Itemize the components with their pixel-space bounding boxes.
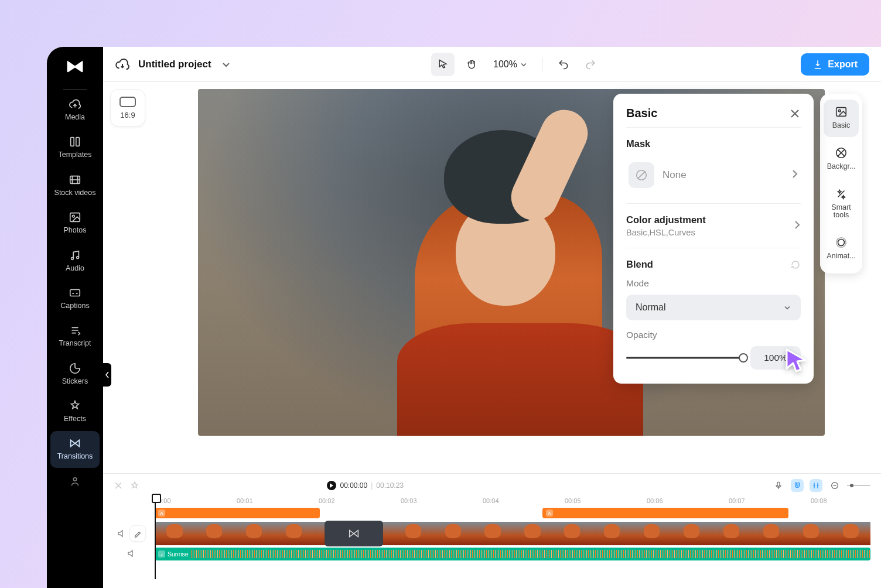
export-button[interactable]: Export	[801, 53, 869, 76]
properties-rail: Basic Backgr... Smart tools Animat...	[820, 94, 862, 274]
split-icon[interactable]	[114, 481, 123, 490]
color-adjustment-row[interactable]: Color adjustment Basic,HSL,Curves	[626, 214, 801, 237]
export-label: Export	[828, 59, 858, 70]
sidebar-label: Photos	[64, 226, 87, 234]
background-icon	[835, 146, 848, 159]
captions-icon	[69, 286, 81, 299]
sidebar-item-stock-videos[interactable]: Stock videos	[50, 167, 100, 204]
mask-selector[interactable]: None	[626, 158, 801, 193]
cursor-tool-button[interactable]	[431, 53, 455, 76]
mic-icon[interactable]	[772, 479, 785, 492]
svg-rect-0	[71, 138, 74, 146]
panel-title: Basic	[626, 107, 657, 120]
transition-block[interactable]	[325, 521, 383, 546]
transitions-icon	[69, 437, 81, 450]
slider-thumb[interactable]	[739, 353, 748, 363]
reset-icon[interactable]	[790, 259, 801, 270]
svg-point-12	[838, 240, 845, 246]
edit-track-button[interactable]	[129, 525, 146, 542]
chevron-right-icon	[791, 169, 798, 181]
zoom-out-icon[interactable]	[828, 479, 841, 492]
sidebar-item-transcript[interactable]: Transcript	[50, 318, 100, 354]
basic-icon	[835, 105, 848, 118]
sidebar-item-media[interactable]: Media	[50, 92, 100, 128]
animation-badge-icon: A	[546, 510, 553, 517]
rail-item-animation[interactable]: Animat...	[824, 230, 859, 268]
sidebar-label: Media	[65, 113, 85, 121]
brand-icon	[69, 475, 81, 488]
none-mask-icon	[629, 162, 654, 188]
aspect-ratio-button[interactable]: 16:9	[110, 89, 145, 127]
rail-item-smart-tools[interactable]: Smart tools	[824, 182, 859, 227]
audio-waveform	[191, 550, 870, 558]
time-ruler[interactable]: 00:00 00:01 00:02 00:03 00:04 00:05 00:0…	[155, 497, 870, 508]
audio-track[interactable]: ♪ Sunrise	[155, 548, 870, 560]
clip-label-bar[interactable]: A	[155, 508, 320, 518]
rail-label: Basic	[832, 122, 851, 130]
hand-tool-button[interactable]	[460, 53, 484, 76]
basic-panel: Basic Mask None	[613, 94, 814, 384]
opacity-slider[interactable]	[626, 353, 743, 363]
chevron-down-icon[interactable]	[221, 59, 231, 70]
sidebar-item-stickers[interactable]: Stickers	[50, 356, 100, 392]
clip-label-bar[interactable]: A	[542, 508, 788, 518]
svg-point-8	[73, 477, 77, 481]
speaker-icon[interactable]	[117, 529, 126, 538]
sidebar-label: Stickers	[62, 377, 88, 385]
color-adjustment-title: Color adjustment	[626, 214, 706, 225]
undo-button[interactable]	[553, 54, 574, 75]
ruler-tick: 00:03	[401, 497, 417, 504]
transcript-icon	[69, 324, 81, 337]
rail-item-basic[interactable]: Basic	[824, 100, 859, 137]
speaker-icon[interactable]	[127, 549, 136, 558]
sidebar-item-photos[interactable]: Photos	[50, 205, 100, 241]
svg-point-6	[77, 256, 79, 258]
separator	[542, 57, 542, 71]
ruler-tick: 00:05	[565, 497, 581, 504]
zoom-level[interactable]: 100%	[493, 59, 528, 70]
svg-point-5	[71, 257, 74, 259]
color-adjustment-subtitle: Basic,HSL,Curves	[626, 228, 706, 237]
ruler-tick: 00:07	[729, 497, 745, 504]
svg-rect-15	[777, 482, 780, 486]
opacity-field-label: Opacity	[626, 330, 801, 340]
audio-track-head	[114, 549, 149, 558]
sidebar-item-brand[interactable]	[50, 469, 100, 495]
music-icon	[69, 249, 81, 262]
sidebar-collapse-handle[interactable]	[103, 363, 111, 387]
magnet-icon[interactable]	[791, 479, 804, 492]
svg-point-10	[838, 110, 841, 112]
snap-icon[interactable]	[810, 479, 822, 492]
rail-item-background[interactable]: Backgr...	[824, 141, 859, 178]
playhead[interactable]	[155, 497, 156, 579]
sidebar-item-captions[interactable]: Captions	[50, 281, 100, 317]
sidebar-item-effects[interactable]: Effects	[50, 394, 100, 430]
chevron-right-icon	[794, 220, 801, 232]
smart-tools-icon	[835, 187, 848, 200]
sticker-icon	[69, 362, 81, 375]
blend-mode-select[interactable]: Normal	[626, 295, 801, 320]
rail-label: Smart tools	[825, 204, 858, 220]
close-icon[interactable]	[789, 108, 801, 119]
photo-icon	[69, 211, 81, 224]
favorite-icon[interactable]	[130, 481, 139, 490]
sidebar-item-audio[interactable]: Audio	[50, 243, 100, 279]
redo-button[interactable]	[580, 54, 601, 75]
project-title[interactable]: Untitled project	[138, 59, 211, 70]
sidebar-item-transitions[interactable]: Transitions	[50, 431, 100, 467]
aspect-rect-icon	[119, 97, 136, 107]
audio-clip-name: Sunrise	[168, 551, 189, 558]
mask-value: None	[663, 169, 783, 181]
zoom-slider-icon[interactable]	[847, 479, 870, 492]
rail-label: Backgr...	[827, 163, 856, 171]
svg-rect-1	[76, 138, 80, 146]
svg-point-18	[850, 484, 853, 487]
ruler-tick: 00:06	[647, 497, 663, 504]
sidebar-item-templates[interactable]: Templates	[50, 129, 100, 166]
preview-subject	[374, 112, 655, 435]
video-track[interactable]	[155, 522, 870, 545]
sidebar-label: Transitions	[57, 452, 93, 460]
play-button[interactable]	[327, 481, 336, 490]
cloud-sync-icon[interactable]	[115, 57, 130, 72]
zoom-value: 100%	[493, 59, 517, 70]
